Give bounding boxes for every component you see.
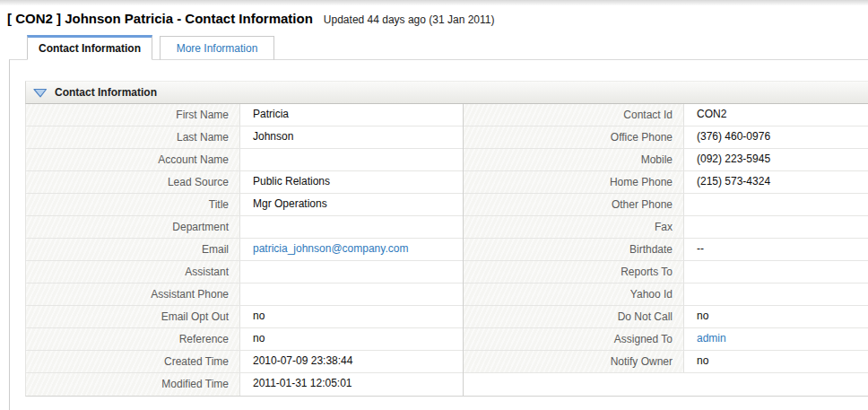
field-row: Notify Ownerno [464, 351, 868, 373]
field-value [240, 216, 463, 238]
field-value: (092) 223-5945 [684, 149, 868, 170]
field-label: Modified Time [26, 373, 240, 396]
page-header: [ CON2 ] Johnson Patricia - Contact Info… [0, 5, 868, 29]
field-row: Assistant [26, 261, 463, 284]
field-row: Last NameJohnson [26, 126, 463, 149]
field-label: First Name [26, 104, 240, 126]
field-label: Reference [26, 328, 240, 350]
field-value: Public Relations [240, 171, 463, 193]
field-label: Mobile [464, 149, 684, 170]
field-row: Assigned Toadmin [464, 328, 868, 351]
field-value: admin [684, 328, 868, 350]
field-value [684, 194, 868, 215]
field-row: Home Phone(215) 573-4324 [464, 171, 868, 194]
field-row: Fax [464, 216, 868, 239]
tab-bar: Contact Information More Information [27, 35, 868, 60]
field-row: Created Time2010-07-09 23:38:44 [26, 351, 463, 373]
field-label: Do Not Call [464, 306, 684, 327]
field-label: Yahoo Id [464, 284, 684, 305]
field-value: Patricia [240, 104, 463, 126]
field-value [684, 261, 868, 283]
field-label: Created Time [26, 351, 240, 372]
field-label: Title [26, 194, 240, 215]
field-label: Other Phone [464, 194, 684, 215]
field-value: no [684, 351, 868, 372]
field-value: 2011-01-31 12:05:01 [240, 373, 463, 396]
field-value: CON2 [684, 104, 868, 126]
field-value: no [240, 328, 463, 350]
field-row: Email Opt Outno [26, 306, 463, 328]
tab-more-information[interactable]: More Information [160, 36, 274, 60]
section-header[interactable]: Contact Information [25, 81, 868, 104]
field-row: Lead SourcePublic Relations [26, 171, 463, 194]
field-row: First NamePatricia [26, 104, 463, 126]
field-row: Department [26, 216, 463, 239]
field-value: 2010-07-09 23:38:44 [240, 351, 463, 372]
field-label: Fax [464, 216, 684, 238]
field-label: Assistant [26, 261, 240, 283]
fields-table: First NamePatriciaLast NameJohnsonAccoun… [25, 104, 868, 397]
field-value [684, 284, 868, 305]
field-row: Mobile(092) 223-5945 [464, 149, 868, 171]
field-row: Modified Time2011-01-31 12:05:01 [26, 373, 463, 396]
field-row: Referenceno [26, 328, 463, 351]
field-row: TitleMgr Operations [26, 194, 463, 216]
field-value: no [684, 306, 868, 327]
field-row: Birthdate-- [464, 239, 868, 261]
field-value [684, 216, 868, 238]
field-label: Email Opt Out [26, 306, 240, 327]
field-label: Home Phone [464, 171, 684, 193]
field-value: Mgr Operations [240, 194, 463, 215]
page-title: [ CON2 ] Johnson Patricia - Contact Info… [7, 11, 313, 26]
fields-right-column: Contact IdCON2Office Phone(376) 460-0976… [463, 104, 868, 396]
triangle-down-icon[interactable] [33, 88, 48, 98]
section-title: Contact Information [55, 86, 157, 99]
field-label: Department [26, 216, 240, 238]
field-label: Assistant Phone [26, 284, 240, 305]
field-label: Assigned To [464, 328, 684, 350]
field-label: Email [26, 239, 240, 260]
field-label: Contact Id [464, 104, 684, 126]
field-label: Reports To [464, 261, 684, 283]
field-label [464, 373, 684, 396]
field-row: Account Name [26, 149, 463, 171]
field-label: Notify Owner [464, 351, 684, 372]
field-label: Lead Source [26, 171, 240, 193]
field-value: Johnson [240, 126, 463, 148]
field-row [464, 373, 868, 396]
field-row: Office Phone(376) 460-0976 [464, 126, 868, 149]
fields-left-column: First NamePatriciaLast NameJohnsonAccoun… [26, 104, 463, 396]
field-label: Office Phone [464, 126, 684, 148]
email-link[interactable]: patricia_johnson@company.com [253, 242, 408, 255]
field-label: Last Name [26, 126, 240, 148]
last-updated-text: Updated 44 days ago (31 Jan 2011) [324, 13, 495, 26]
content-panel: Contact Information First NamePatriciaLa… [9, 59, 868, 410]
field-row: Contact IdCON2 [464, 104, 868, 126]
field-value [684, 373, 868, 396]
field-row: Do Not Callno [464, 306, 868, 328]
field-row: Other Phone [464, 194, 868, 216]
field-value: (215) 573-4324 [684, 171, 868, 193]
field-value: -- [684, 239, 868, 260]
field-label: Birthdate [464, 239, 684, 260]
tab-contact-information[interactable]: Contact Information [27, 35, 152, 60]
field-row: Assistant Phone [26, 284, 463, 306]
field-value [240, 284, 463, 305]
assigned-to-link[interactable]: admin [697, 332, 726, 345]
field-value: no [240, 306, 463, 327]
field-row: Yahoo Id [464, 284, 868, 306]
field-row: Emailpatricia_johnson@company.com [26, 239, 463, 261]
field-row: Reports To [464, 261, 868, 284]
contact-information-section: Contact Information First NamePatriciaLa… [25, 81, 868, 397]
field-label: Account Name [26, 149, 240, 170]
field-value [240, 261, 463, 283]
field-value: patricia_johnson@company.com [240, 239, 463, 260]
field-value [240, 149, 463, 170]
field-value: (376) 460-0976 [684, 126, 868, 148]
